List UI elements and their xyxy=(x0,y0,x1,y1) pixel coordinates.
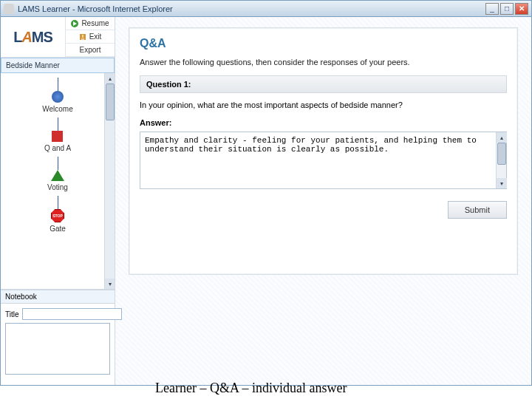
logo-a: A xyxy=(21,29,31,46)
activity-qanda[interactable]: Q and A xyxy=(44,131,71,157)
activity-welcome[interactable]: Welcome xyxy=(42,91,73,117)
window-title: LAMS Learner - Microsoft Internet Explor… xyxy=(18,4,485,13)
top-actions: Resume Exit Export xyxy=(66,17,115,57)
triangle-icon xyxy=(51,170,64,181)
notebook-textarea[interactable] xyxy=(5,323,110,375)
titlebar: LAMS Learner - Microsoft Internet Explor… xyxy=(1,1,531,17)
window-controls: _ □ ✕ xyxy=(485,3,528,15)
left-sidebar: LAMS Resume Exit Export Bedside xyxy=(1,17,115,385)
resume-button[interactable]: Resume xyxy=(66,17,115,30)
scroll-up-icon[interactable]: ▴ xyxy=(497,132,507,143)
resume-icon xyxy=(71,20,78,27)
scroll-up-icon[interactable]: ▴ xyxy=(105,73,115,83)
submit-row: Submit xyxy=(140,201,507,219)
answer-textarea[interactable] xyxy=(140,132,496,188)
circle-icon xyxy=(52,91,64,103)
notebook-title-label: Title xyxy=(5,310,19,318)
exit-icon xyxy=(79,33,86,41)
activity-label: Q and A xyxy=(44,144,71,152)
answer-scrollbar[interactable]: ▴ ▾ xyxy=(496,132,506,188)
header-row: LAMS Resume Exit Export xyxy=(1,17,115,58)
notebook-header[interactable]: Notebook xyxy=(1,290,115,304)
stop-text: STOP xyxy=(52,214,63,218)
exit-label: Exit xyxy=(89,33,102,41)
activity-sequence: Welcome Q and A Voting xyxy=(1,73,115,237)
activity-gate[interactable]: STOP Gate xyxy=(50,209,66,237)
sequence-scrollbar[interactable]: ▴ ▾ xyxy=(104,73,115,289)
app-body: LAMS Resume Exit Export Bedside xyxy=(1,17,531,385)
connector-line xyxy=(58,196,58,209)
answer-label: Answer: xyxy=(140,118,507,127)
question-header: Question 1: xyxy=(140,75,507,93)
scroll-down-icon[interactable]: ▾ xyxy=(497,178,507,188)
export-label: Export xyxy=(80,46,101,54)
scroll-down-icon[interactable]: ▾ xyxy=(105,279,115,289)
connector-line xyxy=(58,157,58,170)
activity-label: Gate xyxy=(50,225,66,233)
lams-logo: LAMS xyxy=(1,17,66,57)
maximize-button[interactable]: □ xyxy=(500,3,514,15)
browser-window: LAMS Learner - Microsoft Internet Explor… xyxy=(0,0,532,386)
export-button[interactable]: Export xyxy=(66,44,115,57)
submit-button[interactable]: Submit xyxy=(448,201,507,219)
answer-box: ▴ ▾ xyxy=(140,132,507,189)
notebook-panel: Title xyxy=(1,304,115,385)
logo-l: L xyxy=(13,29,21,46)
close-button[interactable]: ✕ xyxy=(515,3,528,15)
slide-caption: Learner – Q&A – individual answer xyxy=(155,381,347,396)
activity-label: Welcome xyxy=(42,105,73,113)
qa-card: Q&A Answer the following questions, then… xyxy=(129,27,518,275)
stop-icon: STOP xyxy=(51,209,64,222)
scrollbar-thumb[interactable] xyxy=(106,83,115,120)
connector-line xyxy=(58,78,58,91)
square-icon xyxy=(52,131,63,142)
logo-ms: MS xyxy=(32,29,52,46)
qa-heading: Q&A xyxy=(140,37,507,50)
activity-label: Voting xyxy=(47,183,68,191)
minimize-button[interactable]: _ xyxy=(485,3,499,15)
question-text: In your opinion, what are the most impor… xyxy=(140,100,507,109)
app-icon xyxy=(4,4,14,14)
sequence-pane: Welcome Q and A Voting xyxy=(1,73,115,290)
scrollbar-thumb[interactable] xyxy=(497,143,506,165)
activity-voting[interactable]: Voting xyxy=(47,170,68,196)
connector-line xyxy=(58,117,58,131)
sequence-title: Bedside Manner xyxy=(1,58,115,73)
qa-instructions: Answer the following questions, then con… xyxy=(140,58,507,66)
main-content: Q&A Answer the following questions, then… xyxy=(115,17,531,385)
resume-label: Resume xyxy=(81,19,109,27)
exit-button[interactable]: Exit xyxy=(66,30,115,44)
notebook-title-input[interactable] xyxy=(22,308,122,320)
